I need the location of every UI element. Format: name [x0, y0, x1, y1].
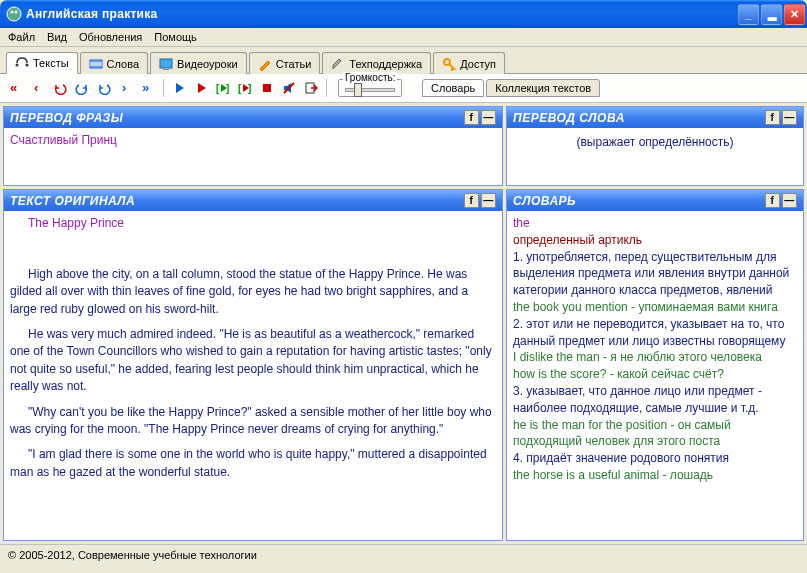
play-bracket-green-button[interactable]: [] — [213, 78, 233, 98]
tab-articles-label: Статьи — [276, 58, 312, 70]
svg-text:‹: ‹ — [34, 81, 38, 95]
maximize-button[interactable]: ▂ — [761, 4, 782, 25]
word-text: (выражает определённость) — [576, 135, 733, 149]
main-content: ПЕРЕВОД ФРАЗЫ f — Счастливый Принц ТЕКСТ… — [0, 103, 807, 544]
stop-button[interactable] — [257, 78, 277, 98]
window-title: Английская практика — [26, 7, 738, 21]
svg-text:[: [ — [238, 83, 242, 94]
svg-rect-19 — [263, 84, 271, 92]
text-panel: ТЕКСТ ОРИГИНАЛА f — The Happy Prince Hig… — [3, 189, 503, 541]
text-panel-header: ТЕКСТ ОРИГИНАЛА f — — [4, 190, 502, 211]
dict-ex2a: I dislike the man - я не люблю этого чел… — [513, 349, 797, 366]
menubar: Файл Вид Обновления Помощь — [0, 28, 807, 47]
dict-panel: СЛОВАРЬ f — the определенный артикль 1. … — [506, 189, 804, 541]
volume-slider[interactable] — [345, 88, 395, 92]
menu-help[interactable]: Помощь — [154, 31, 197, 43]
svg-point-0 — [7, 7, 21, 21]
menu-view[interactable]: Вид — [47, 31, 67, 43]
dict-ex3: he is the man for the position - он самы… — [513, 417, 797, 451]
app-icon — [6, 6, 22, 22]
svg-point-2 — [15, 11, 18, 14]
toolbar: « ‹ › » [] [] Громкость: Словарь Коллекц… — [0, 74, 807, 103]
word-font-button[interactable]: f — [765, 110, 780, 125]
svg-text:[: [ — [216, 83, 220, 94]
volume-control: Громкость: — [338, 79, 402, 97]
svg-point-1 — [11, 11, 14, 14]
volume-thumb[interactable] — [354, 83, 362, 97]
svg-rect-9 — [163, 69, 169, 70]
undo-button[interactable] — [50, 78, 70, 98]
minimize-button[interactable]: _ — [738, 4, 759, 25]
nav-next-button[interactable]: › — [116, 78, 136, 98]
play-blue-button[interactable] — [169, 78, 189, 98]
tab-support[interactable]: Техподдержка — [322, 52, 431, 74]
copyright-text: © 2005-2012, Современные учебные техноло… — [8, 549, 257, 561]
tab-access-label: Доступ — [460, 58, 496, 70]
statusbar: © 2005-2012, Современные учебные техноло… — [0, 544, 807, 564]
play-bracket-red-button[interactable]: [] — [235, 78, 255, 98]
dict-word: the — [513, 215, 797, 232]
tab-words[interactable]: Слова — [80, 52, 148, 74]
word-panel: ПЕРЕВОД СЛОВА f — (выражает определённос… — [506, 106, 804, 186]
svg-text:«: « — [10, 81, 17, 95]
nav-last-button[interactable]: » — [138, 78, 158, 98]
titlebar: Английская практика _ ▂ ✕ — [0, 0, 807, 28]
text-collapse-button[interactable]: — — [481, 193, 496, 208]
text-p3: "Why can't you be like the Happy Prince?… — [10, 404, 496, 439]
undo-blue-button[interactable] — [94, 78, 114, 98]
text-p2: He was very much admired indeed. "He is … — [10, 326, 496, 396]
close-button[interactable]: ✕ — [784, 4, 805, 25]
tab-collection[interactable]: Коллекция текстов — [486, 79, 600, 97]
phrase-collapse-button[interactable]: — — [481, 110, 496, 125]
phrase-text: Счастливый Принц — [10, 133, 117, 147]
main-tabs: Тексты Слова Видеоуроки Статьи Техподдер… — [0, 47, 807, 74]
tab-dictionary[interactable]: Словарь — [422, 79, 484, 97]
menu-file[interactable]: Файл — [8, 31, 35, 43]
phrase-panel: ПЕРЕВОД ФРАЗЫ f — Счастливый Принц — [3, 106, 503, 186]
dict-def: определенный артикль — [513, 232, 797, 249]
dict-ex1: the book you mention - упоминаемая вами … — [513, 299, 797, 316]
dict-collapse-button[interactable]: — — [782, 193, 797, 208]
redo-blue-button[interactable] — [72, 78, 92, 98]
phrase-panel-body: Счастливый Принц — [4, 128, 502, 185]
dict-ex4: the horse is a useful animal - лошадь — [513, 467, 797, 484]
dict-font-button[interactable]: f — [765, 193, 780, 208]
dict-n3: 3. указывает, что данное лицо или предме… — [513, 383, 797, 417]
dict-n4: 4. придаёт значение родового понятия — [513, 450, 797, 467]
dict-panel-body[interactable]: the определенный артикль 1. употребляетс… — [507, 211, 803, 540]
tab-video[interactable]: Видеоуроки — [150, 52, 247, 74]
dict-panel-title: СЛОВАРЬ — [513, 194, 763, 208]
play-red-button[interactable] — [191, 78, 211, 98]
svg-rect-8 — [160, 59, 172, 68]
word-collapse-button[interactable]: — — [782, 110, 797, 125]
text-p4: "I am glad there is some one in the worl… — [10, 446, 496, 481]
tab-texts-label: Тексты — [33, 57, 69, 69]
word-panel-title: ПЕРЕВОД СЛОВА — [513, 111, 763, 125]
dict-n2: 2. этот или не переводится, указывает на… — [513, 316, 797, 350]
tab-support-label: Техподдержка — [349, 58, 422, 70]
tab-words-label: Слова — [107, 58, 139, 70]
svg-point-4 — [26, 64, 29, 67]
text-panel-title: ТЕКСТ ОРИГИНАЛА — [10, 194, 462, 208]
separator — [163, 79, 164, 97]
word-panel-body: (выражает определённость) — [507, 128, 803, 185]
tab-access[interactable]: Доступ — [433, 52, 505, 74]
text-p1: High above the city, on a tall column, s… — [10, 266, 496, 318]
phrase-font-button[interactable]: f — [464, 110, 479, 125]
export-button[interactable] — [301, 78, 321, 98]
menu-updates[interactable]: Обновления — [79, 31, 142, 43]
mute-button[interactable] — [279, 78, 299, 98]
phrase-panel-title: ПЕРЕВОД ФРАЗЫ — [10, 111, 462, 125]
nav-first-button[interactable]: « — [6, 78, 26, 98]
tab-articles[interactable]: Статьи — [249, 52, 321, 74]
svg-point-3 — [16, 64, 19, 67]
volume-label: Громкость: — [343, 72, 397, 83]
nav-prev-button[interactable]: ‹ — [28, 78, 48, 98]
text-font-button[interactable]: f — [464, 193, 479, 208]
tab-video-label: Видеоуроки — [177, 58, 238, 70]
tab-texts[interactable]: Тексты — [6, 52, 78, 74]
svg-text:»: » — [142, 81, 149, 95]
word-panel-header: ПЕРЕВОД СЛОВА f — — [507, 107, 803, 128]
text-panel-body[interactable]: The Happy Prince High above the city, on… — [4, 211, 502, 540]
svg-text:›: › — [122, 81, 126, 95]
